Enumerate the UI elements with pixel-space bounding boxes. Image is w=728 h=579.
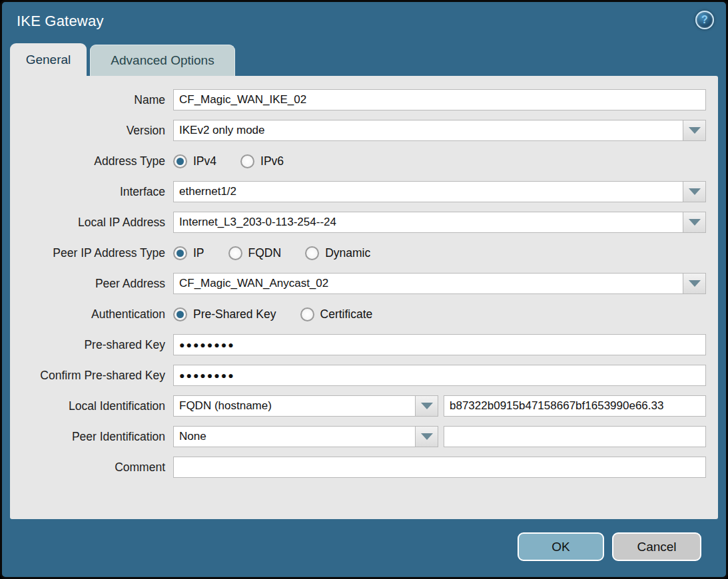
peer-address-label: Peer Address	[10, 277, 173, 291]
peer-address-row: Peer Address	[10, 273, 706, 294]
comment-row: Comment	[10, 457, 706, 478]
local-identification-value-input[interactable]	[444, 395, 706, 417]
radio-ipv6-label: IPv6	[260, 154, 284, 168]
peer-identification-type-input[interactable]	[173, 426, 416, 447]
radio-dynamic[interactable]	[305, 246, 319, 260]
name-input[interactable]	[173, 89, 706, 110]
dialog-button-bar: OK Cancel	[2, 519, 726, 561]
pre-shared-key-input[interactable]	[173, 334, 706, 355]
local-ip-address-row: Local IP Address	[10, 212, 706, 233]
radio-certificate-label: Certificate	[320, 307, 373, 321]
local-ip-address-input[interactable]	[173, 212, 683, 233]
authentication-row: Authentication Pre-Shared Key Certificat…	[10, 303, 706, 325]
radio-fqdn-label: FQDN	[248, 246, 282, 260]
local-identification-type-input[interactable]	[173, 395, 416, 417]
tab-advanced-options[interactable]: Advanced Options	[90, 45, 235, 76]
radio-ipv4-label: IPv4	[193, 154, 216, 168]
ike-gateway-dialog: IKE Gateway ? General Advanced Options N…	[0, 0, 728, 579]
version-row: Version	[10, 120, 706, 141]
peer-ip-address-type-row: Peer IP Address Type IP FQDN Dynamic	[10, 242, 706, 264]
tab-general[interactable]: General	[10, 43, 87, 76]
name-row: Name	[10, 89, 706, 110]
radio-ip-label: IP	[193, 246, 204, 260]
help-icon[interactable]: ?	[695, 11, 714, 29]
peer-identification-value-input[interactable]	[444, 426, 706, 447]
confirm-pre-shared-key-label: Confirm Pre-shared Key	[10, 369, 173, 383]
radio-ipv6[interactable]	[240, 154, 254, 168]
version-input[interactable]	[173, 120, 683, 141]
peer-identification-dropdown-button[interactable]	[416, 426, 438, 447]
radio-fqdn[interactable]	[228, 246, 242, 260]
pre-shared-key-label: Pre-shared Key	[10, 338, 173, 352]
version-label: Version	[10, 124, 173, 138]
local-ip-address-label: Local IP Address	[10, 216, 173, 230]
name-label: Name	[10, 93, 173, 107]
chevron-down-icon	[421, 433, 433, 440]
local-identification-dropdown-button[interactable]	[416, 395, 438, 417]
peer-address-dropdown-button[interactable]	[683, 273, 706, 294]
peer-identification-row: Peer Identification	[10, 426, 706, 447]
chevron-down-icon	[689, 188, 701, 195]
peer-address-input[interactable]	[173, 273, 683, 294]
ok-button[interactable]: OK	[518, 532, 604, 561]
general-tab-panel: Name Version Address Type IPv4 IPv6	[10, 76, 718, 519]
interface-input[interactable]	[173, 181, 683, 202]
pre-shared-key-row: Pre-shared Key	[10, 334, 706, 355]
address-type-label: Address Type	[10, 154, 173, 168]
comment-label: Comment	[10, 461, 173, 475]
confirm-pre-shared-key-input[interactable]	[173, 365, 706, 386]
dialog-title: IKE Gateway	[17, 13, 104, 30]
radio-dynamic-label: Dynamic	[325, 246, 370, 260]
chevron-down-icon	[689, 219, 701, 226]
radio-pre-shared-key-label: Pre-Shared Key	[193, 307, 276, 321]
version-dropdown-button[interactable]	[683, 120, 706, 141]
radio-ipv4[interactable]	[173, 154, 187, 168]
chevron-down-icon	[689, 127, 701, 134]
cancel-button[interactable]: Cancel	[612, 532, 701, 561]
authentication-label: Authentication	[10, 307, 173, 321]
chevron-down-icon	[689, 280, 701, 287]
local-ip-address-dropdown-button[interactable]	[683, 212, 706, 233]
interface-row: Interface	[10, 181, 706, 202]
interface-label: Interface	[10, 185, 173, 199]
radio-pre-shared-key[interactable]	[173, 307, 187, 321]
peer-ip-address-type-label: Peer IP Address Type	[10, 246, 173, 260]
peer-identification-label: Peer Identification	[10, 430, 173, 444]
chevron-down-icon	[421, 403, 433, 409]
radio-ip[interactable]	[173, 246, 187, 260]
confirm-pre-shared-key-row: Confirm Pre-shared Key	[10, 365, 706, 386]
tab-bar: General Advanced Options	[2, 43, 726, 76]
local-identification-row: Local Identification	[10, 395, 706, 417]
interface-dropdown-button[interactable]	[683, 181, 706, 202]
dialog-titlebar: IKE Gateway ?	[2, 2, 726, 43]
radio-certificate[interactable]	[300, 307, 314, 321]
address-type-row: Address Type IPv4 IPv6	[10, 150, 706, 172]
local-identification-label: Local Identification	[10, 399, 173, 413]
comment-input[interactable]	[173, 457, 706, 478]
